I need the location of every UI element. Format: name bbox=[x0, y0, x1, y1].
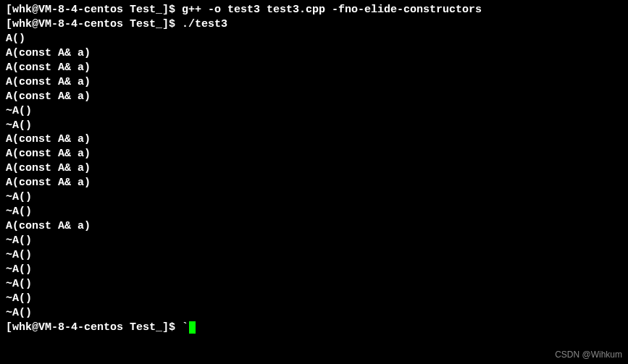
output-line: A(const A& a) bbox=[6, 132, 622, 147]
output-line: ~A() bbox=[6, 104, 622, 119]
output-line: ~A() bbox=[6, 306, 622, 321]
output-line: ~A() bbox=[6, 190, 622, 205]
prompt-line-current[interactable]: [whk@VM-8-4-centos Test_]$ ` bbox=[6, 321, 622, 335]
output-line: A(const A& a) bbox=[6, 161, 622, 176]
output-line: ~A() bbox=[6, 205, 622, 219]
shell-prompt: [whk@VM-8-4-centos Test_]$ bbox=[6, 321, 182, 335]
output-line: ~A() bbox=[6, 119, 622, 133]
output-line: A(const A& a) bbox=[6, 90, 622, 104]
output-line: ~A() bbox=[6, 263, 622, 277]
output-line: A(const A& a) bbox=[6, 61, 622, 75]
output-line: A(const A& a) bbox=[6, 46, 622, 61]
shell-prompt: [whk@VM-8-4-centos Test_]$ bbox=[6, 3, 182, 17]
output-line: A(const A& a) bbox=[6, 219, 622, 234]
output-line: A() bbox=[6, 32, 622, 46]
prompt-line-2: [whk@VM-8-4-centos Test_]$ ./test3 bbox=[6, 17, 622, 32]
terminal-output[interactable]: [whk@VM-8-4-centos Test_]$ g++ -o test3 … bbox=[6, 3, 622, 335]
output-line: ~A() bbox=[6, 277, 622, 292]
command-text: ./test3 bbox=[182, 17, 227, 32]
shell-prompt: [whk@VM-8-4-centos Test_]$ bbox=[6, 17, 182, 32]
output-line: ~A() bbox=[6, 292, 622, 306]
output-line: ~A() bbox=[6, 234, 622, 248]
prompt-line-1: [whk@VM-8-4-centos Test_]$ g++ -o test3 … bbox=[6, 3, 622, 17]
output-line: A(const A& a) bbox=[6, 176, 622, 190]
output-line: A(const A& a) bbox=[6, 147, 622, 161]
cursor-icon bbox=[189, 321, 196, 334]
command-text: g++ -o test3 test3.cpp -fno-elide-constr… bbox=[182, 3, 482, 17]
watermark-text: CSDN @Wihkum bbox=[555, 350, 622, 361]
typed-input[interactable]: ` bbox=[182, 321, 188, 335]
output-line: A(const A& a) bbox=[6, 75, 622, 90]
output-line: ~A() bbox=[6, 248, 622, 263]
